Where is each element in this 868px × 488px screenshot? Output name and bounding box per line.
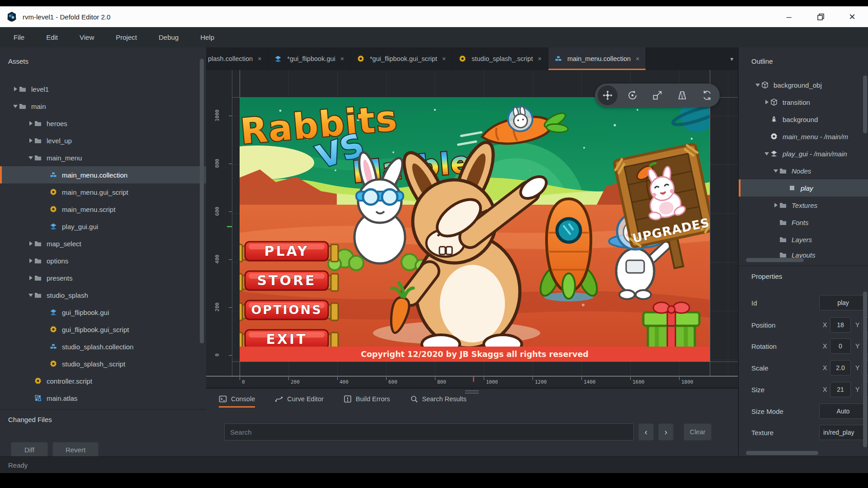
tree-item-studio-splash-script[interactable]: studio_splash_.script bbox=[0, 355, 206, 372]
expander-icon[interactable] bbox=[27, 294, 34, 297]
tree-item-options[interactable]: options bbox=[0, 252, 206, 269]
size-x-field[interactable]: 21 bbox=[830, 382, 851, 397]
refresh-tool-button[interactable] bbox=[697, 85, 717, 105]
title-bar: rvm-level1 - Defold Editor 2.0 – × bbox=[0, 6, 868, 27]
expander-icon[interactable] bbox=[772, 169, 779, 173]
outline-item-layers[interactable]: Layers bbox=[739, 231, 868, 248]
scene-toolbar bbox=[595, 84, 720, 107]
tab-search-results[interactable]: Search Results bbox=[410, 395, 467, 408]
folder-icon bbox=[34, 240, 43, 247]
tree-item-play-gui-gui[interactable]: play_gui.gui bbox=[0, 218, 206, 235]
menu-view[interactable]: View bbox=[69, 27, 105, 47]
tree-item-main-menu-gui-script[interactable]: main_menu.gui_script bbox=[0, 183, 206, 201]
tab-close-icon[interactable]: × bbox=[442, 55, 446, 62]
rotation-x-field[interactable]: 0 bbox=[830, 338, 851, 354]
close-button[interactable]: × bbox=[836, 6, 868, 27]
tree-item-main-atlas[interactable]: main.atlas bbox=[0, 389, 206, 407]
tree-item-heroes[interactable]: heroes bbox=[0, 115, 206, 132]
tree-item-level1[interactable]: level1 bbox=[0, 80, 206, 98]
menu-debug[interactable]: Debug bbox=[148, 27, 189, 47]
menu-project[interactable]: Project bbox=[105, 27, 148, 47]
tab-gui-flipbook-gui-script[interactable]: *gui_flipbook.gui_script × bbox=[351, 47, 453, 70]
revert-button[interactable]: Revert bbox=[52, 442, 99, 456]
outline-item-main-menu-script-ref[interactable]: main_menu - /main/m bbox=[739, 128, 868, 145]
tab-console[interactable]: Console bbox=[219, 395, 255, 408]
tree-item-map-select[interactable]: map_select bbox=[0, 235, 206, 252]
tree-item-main-menu-collection[interactable]: main_menu.collection bbox=[0, 166, 206, 183]
minimize-button[interactable]: – bbox=[773, 6, 805, 27]
restore-button[interactable] bbox=[805, 6, 836, 27]
tab-close-icon[interactable]: × bbox=[538, 55, 542, 62]
assets-scrollbar[interactable] bbox=[200, 59, 204, 343]
tree-item-gui-flipbook-gui-script[interactable]: gui_flipbook.gui_script bbox=[0, 321, 206, 338]
outline-item-fonts[interactable]: Fonts bbox=[739, 214, 868, 231]
tab-splash-collection[interactable]: plash.collection × bbox=[206, 47, 268, 70]
menu-edit[interactable]: Edit bbox=[35, 27, 69, 47]
texture-field[interactable]: in/red_play bbox=[819, 425, 867, 440]
expander-icon[interactable] bbox=[27, 241, 34, 246]
tree-item-controller-script[interactable]: controller.script bbox=[0, 372, 206, 389]
tab-close-icon[interactable]: × bbox=[258, 55, 261, 62]
search-prev-button[interactable]: ‹ bbox=[638, 423, 654, 441]
outline-horizontal-scrollbar[interactable] bbox=[746, 258, 804, 262]
rotate-tool-button[interactable] bbox=[623, 85, 642, 105]
position-x-field[interactable]: 18 bbox=[830, 317, 851, 333]
game-store-button[interactable]: STORE bbox=[240, 271, 338, 291]
tree-item-gui-flipbook-gui[interactable]: gui_flipbook.gui bbox=[0, 304, 206, 321]
game-play-button[interactable]: PLAY bbox=[240, 242, 338, 262]
expander-icon[interactable] bbox=[27, 276, 34, 280]
scale-x-field[interactable]: 2.0 bbox=[830, 360, 851, 375]
outline-vertical-scrollbar[interactable] bbox=[863, 75, 867, 133]
move-tool-button[interactable] bbox=[598, 85, 618, 105]
game-options-button[interactable]: OPTIONS bbox=[240, 300, 338, 320]
outline-item-background[interactable]: background bbox=[739, 111, 868, 128]
outline-item-play-gui[interactable]: play_gui - /main/main bbox=[739, 145, 868, 162]
tree-item-main-menu-script[interactable]: main_menu.script bbox=[0, 201, 206, 218]
scale-tool-button[interactable] bbox=[647, 85, 667, 105]
outline-item-nodes[interactable]: Nodes bbox=[739, 162, 868, 179]
expander-icon[interactable] bbox=[27, 156, 34, 160]
expander-icon[interactable] bbox=[12, 87, 19, 91]
tab-studio-splash-script[interactable]: studio_splash_.script × bbox=[453, 47, 548, 70]
gear-icon bbox=[50, 326, 59, 333]
search-next-button[interactable]: › bbox=[658, 423, 674, 441]
outline-item-textures[interactable]: Textures bbox=[739, 197, 868, 214]
tree-item-main-menu[interactable]: main_menu bbox=[0, 149, 206, 166]
tab-overflow-icon[interactable]: ▾ bbox=[730, 47, 733, 70]
scene-viewport[interactable]: Rabbits VS Marblez bbox=[206, 70, 738, 388]
menu-file[interactable]: File bbox=[0, 27, 35, 47]
expander-icon[interactable] bbox=[763, 152, 770, 155]
expander-icon[interactable] bbox=[27, 121, 34, 126]
size-mode-select[interactable]: Auto bbox=[819, 404, 867, 419]
expander-icon[interactable] bbox=[772, 203, 779, 207]
expander-icon[interactable] bbox=[763, 100, 770, 104]
tree-item-level-up[interactable]: level_up bbox=[0, 132, 206, 149]
expander-icon[interactable] bbox=[754, 84, 761, 87]
outline-item-play[interactable]: play bbox=[739, 179, 868, 197]
tree-item-studio-splash-collection[interactable]: studio_splash.collection bbox=[0, 338, 206, 355]
tab-main-menu-collection[interactable]: main_menu.collection × bbox=[548, 47, 646, 70]
tree-item-main[interactable]: main bbox=[0, 98, 206, 115]
expander-icon[interactable] bbox=[12, 105, 19, 108]
search-input[interactable] bbox=[224, 423, 634, 441]
outline-item-transition[interactable]: transition bbox=[739, 94, 868, 111]
expander-icon[interactable] bbox=[27, 258, 34, 263]
id-field[interactable]: play bbox=[819, 295, 867, 310]
expander-icon[interactable] bbox=[27, 138, 34, 143]
frustum-tool-button[interactable] bbox=[672, 85, 692, 105]
splitter-handle-icon[interactable] bbox=[465, 390, 479, 395]
outline-item-background-obj[interactable]: background_obj bbox=[739, 76, 868, 94]
game-scene-render[interactable]: Rabbits VS Marblez bbox=[240, 97, 710, 361]
menu-help[interactable]: Help bbox=[189, 27, 225, 47]
tab-close-icon[interactable]: × bbox=[636, 55, 639, 62]
tree-item-studio-splash[interactable]: studio_splash bbox=[0, 286, 206, 304]
tab-close-icon[interactable]: × bbox=[340, 55, 344, 62]
tab-curve-editor[interactable]: Curve Editor bbox=[275, 395, 324, 408]
properties-vertical-scrollbar[interactable] bbox=[863, 291, 867, 447]
clear-button[interactable]: Clear bbox=[684, 423, 712, 441]
properties-horizontal-scrollbar[interactable] bbox=[746, 451, 818, 455]
diff-button[interactable]: Diff bbox=[11, 442, 48, 456]
tree-item-presents[interactable]: presents bbox=[0, 269, 206, 286]
tab-build-errors[interactable]: Build Errors bbox=[344, 395, 390, 408]
tab-gui-flipbook-gui[interactable]: *gui_flipbook.gui × bbox=[268, 47, 351, 70]
